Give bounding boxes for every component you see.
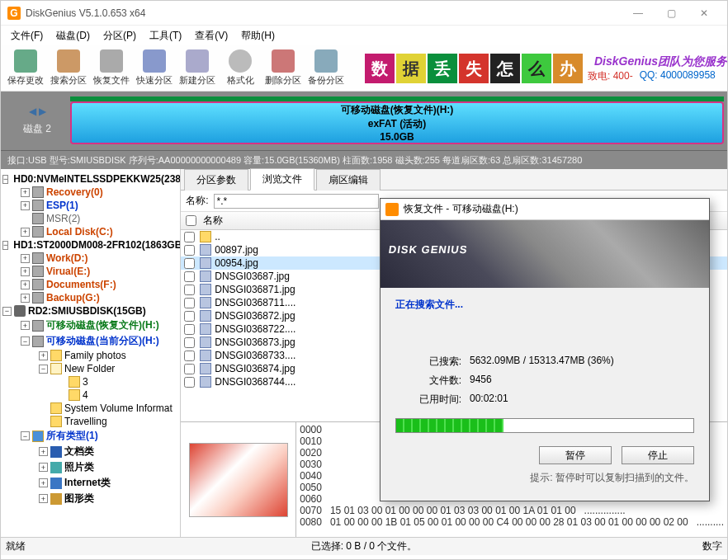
- filter-input[interactable]: [214, 194, 379, 209]
- file-checkbox[interactable]: [184, 232, 195, 242]
- elapsed-value: 00:02:01: [470, 393, 508, 407]
- tool-backup-button[interactable]: 备份分区: [305, 47, 347, 90]
- menu-bar: 文件(F) 磁盘(D) 分区(P) 工具(T) 查看(V) 帮助(H): [1, 26, 727, 45]
- device-tree[interactable]: −HD0:NVMeINTELSSDPEKKW25(238GB) +Recover…: [1, 169, 181, 537]
- file-checkbox[interactable]: [184, 258, 195, 269]
- select-all-checkbox[interactable]: [186, 215, 196, 226]
- tree-folder-4[interactable]: 4: [2, 388, 178, 402]
- tree-internet-type[interactable]: +Internet类: [2, 475, 178, 491]
- file-checkbox[interactable]: [184, 351, 195, 361]
- menu-view[interactable]: 查看(V): [188, 27, 234, 45]
- tree-virual-e[interactable]: +Virual(E:): [2, 265, 178, 278]
- tree-esp[interactable]: +ESP(1): [2, 199, 178, 212]
- tree-all-types[interactable]: −所有类型(1): [2, 428, 178, 444]
- menu-partition[interactable]: 分区(P): [97, 27, 143, 45]
- tree-new-folder[interactable]: −New Folder: [2, 362, 178, 375]
- file-name: DNSGI036874.jpg: [215, 363, 295, 374]
- tree-photo-type[interactable]: +照片类: [2, 459, 178, 475]
- disk-nav[interactable]: ◀▶: [29, 106, 46, 117]
- tree-rd2[interactable]: −RD2:SMIUSBDISK(15GB): [2, 304, 178, 318]
- close-button[interactable]: ✕: [688, 2, 721, 25]
- image-file-icon: [200, 257, 211, 269]
- tree-recovery[interactable]: +Recovery(0): [2, 186, 178, 199]
- tree-documents-f[interactable]: +Documents(F:): [2, 278, 178, 291]
- word-icon: [50, 446, 62, 458]
- minimize-button[interactable]: —: [622, 2, 655, 25]
- file-checkbox[interactable]: [184, 337, 195, 348]
- image-file-icon: [200, 323, 211, 335]
- status-selection: 已选择: 0 B / 0 个文件。: [311, 539, 418, 553]
- nav-prev-icon[interactable]: ◀: [29, 106, 36, 117]
- filter-label: 名称:: [186, 194, 208, 208]
- tree-local-c[interactable]: +Local Disk(C:): [2, 225, 178, 238]
- dialog-hint: 提示: 暂停时可以复制扫描到的文件。: [395, 471, 694, 485]
- file-checkbox[interactable]: [184, 364, 195, 374]
- backup-icon: [314, 49, 338, 73]
- image-file-icon: [200, 363, 211, 374]
- tab-browse-files[interactable]: 浏览文件: [250, 168, 314, 191]
- file-checkbox[interactable]: [184, 285, 195, 295]
- menu-help[interactable]: 帮助(H): [234, 27, 281, 45]
- tool-search-button[interactable]: 搜索分区: [47, 47, 90, 90]
- tree-doc-type[interactable]: +文档类: [2, 444, 178, 459]
- filecount-label: 文件数:: [395, 374, 470, 388]
- stop-button[interactable]: 停止: [622, 446, 694, 464]
- quick-icon: [143, 49, 166, 73]
- tree-removable-current[interactable]: −可移动磁盘(当前分区)(H:): [2, 333, 178, 349]
- tree-hd1[interactable]: −HD1:ST2000DM008-2FR102(1863GB): [2, 238, 178, 252]
- tool-format-button[interactable]: 格式化: [219, 47, 262, 90]
- file-checkbox[interactable]: [184, 245, 195, 256]
- col-name[interactable]: 名称: [203, 214, 223, 228]
- dialog-logo-icon: [385, 203, 399, 216]
- tool-new-button[interactable]: 新建分区: [176, 47, 219, 90]
- elapsed-label: 已用时间:: [395, 393, 470, 407]
- tool-recover-button[interactable]: 恢复文件: [90, 47, 133, 90]
- maximize-button[interactable]: ▢: [655, 2, 688, 25]
- photo-icon: [50, 462, 62, 473]
- pause-button[interactable]: 暂停: [539, 446, 612, 464]
- tool-save-button[interactable]: 保存更改: [4, 47, 47, 90]
- disk-info-bar: 接口:USB 型号:SMIUSBDISK 序列号:AA0000000000048…: [1, 151, 727, 169]
- tab-partition-params[interactable]: 分区参数: [184, 169, 248, 191]
- file-checkbox[interactable]: [184, 377, 195, 388]
- file-checkbox[interactable]: [184, 271, 195, 282]
- tree-svi[interactable]: System Volume Informat: [2, 402, 178, 415]
- file-name: DNSGI0368722....: [215, 323, 295, 335]
- file-checkbox[interactable]: [184, 311, 195, 322]
- tab-sector-edit[interactable]: 扇区编辑: [316, 169, 381, 191]
- tree-msr[interactable]: MSR(2): [2, 212, 178, 225]
- folder-open-icon: [50, 363, 62, 374]
- tree-work-d[interactable]: +Work(D:): [2, 252, 178, 265]
- file-name: ..: [215, 231, 220, 242]
- tree-travelling[interactable]: Travelling: [2, 415, 178, 428]
- collapse-icon[interactable]: −: [2, 175, 8, 184]
- globe-icon: [50, 478, 62, 489]
- tree-removable-recover[interactable]: +可移动磁盘(恢复文件)(H:): [2, 318, 178, 333]
- menu-disk[interactable]: 磁盘(D): [50, 27, 97, 45]
- file-name: DNSGI036872.jpg: [215, 310, 295, 322]
- recover-icon: [100, 49, 123, 73]
- expand-icon[interactable]: +: [21, 188, 30, 197]
- tool-delete-button[interactable]: 删除分区: [262, 47, 305, 90]
- tree-backup-g[interactable]: +Backup(G:): [2, 291, 178, 304]
- tree-folder-3[interactable]: 3: [2, 375, 178, 388]
- nav-next-icon[interactable]: ▶: [39, 106, 46, 117]
- partition-block[interactable]: 可移动磁盘(恢复文件)(H:) exFAT (活动) 15.0GB: [70, 101, 724, 144]
- image-file-icon: [200, 376, 211, 388]
- save-icon: [14, 49, 37, 73]
- file-name: 00897.jpg: [215, 244, 258, 256]
- progress-bar: [395, 418, 694, 433]
- shape-icon: [50, 493, 62, 505]
- image-file-icon: [200, 297, 211, 308]
- dialog-titlebar[interactable]: 恢复文件 - 可移动磁盘(H:): [381, 199, 709, 220]
- tree-hd0[interactable]: −HD0:NVMeINTELSSDPEKKW25(238GB): [2, 172, 178, 186]
- file-name: DNSGI036871.jpg: [215, 284, 295, 295]
- tree-family-photos[interactable]: +Family photos: [2, 349, 178, 362]
- filecount-value: 9456: [470, 374, 492, 388]
- tool-quick-button[interactable]: 快速分区: [133, 47, 176, 90]
- tree-shape-type[interactable]: +图形类: [2, 491, 178, 506]
- file-checkbox[interactable]: [184, 324, 195, 335]
- menu-tool[interactable]: 工具(T): [143, 27, 188, 45]
- menu-file[interactable]: 文件(F): [4, 27, 50, 45]
- file-checkbox[interactable]: [184, 298, 195, 308]
